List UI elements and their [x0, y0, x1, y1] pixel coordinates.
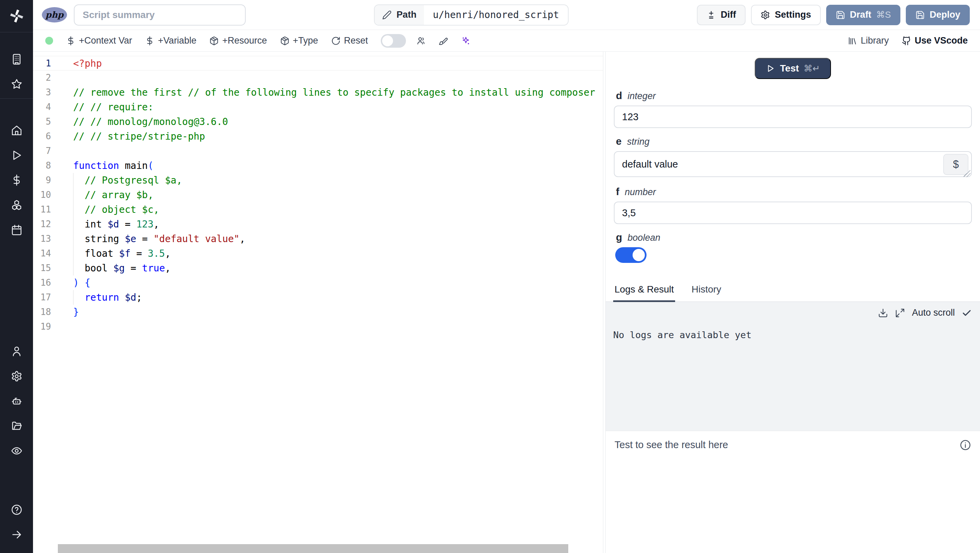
- reset-button[interactable]: Reset: [331, 35, 368, 46]
- status-dot: [45, 37, 53, 45]
- user-icon: [11, 346, 22, 357]
- building-icon: [11, 53, 22, 65]
- multiplayer-switch[interactable]: [381, 34, 406, 48]
- panel-splitter[interactable]: [603, 52, 606, 553]
- code-line[interactable]: 15 bool $g = true,: [33, 261, 603, 276]
- field-g-toggle[interactable]: [615, 247, 646, 263]
- add-context-var-button[interactable]: +Context Var: [66, 35, 132, 46]
- line-number: 15: [33, 261, 70, 276]
- code-line[interactable]: 2: [33, 70, 603, 85]
- field-g: g boolean: [614, 231, 972, 263]
- boxes-icon: [11, 199, 22, 211]
- sidebar-item-runs[interactable]: [0, 143, 33, 167]
- sidebar-item-expand[interactable]: [0, 522, 33, 547]
- field-d-input[interactable]: [614, 105, 972, 128]
- line-number: 1: [33, 56, 70, 70]
- diff-button[interactable]: Diff: [697, 5, 746, 25]
- help-circle-icon: [11, 504, 22, 516]
- code-line[interactable]: 11 // object $c,: [33, 202, 603, 217]
- dollar-icon: [145, 36, 154, 46]
- sidebar-item-workspace[interactable]: [0, 47, 33, 72]
- tab-logs-result[interactable]: Logs & Result: [613, 280, 675, 302]
- sidebar-item-users[interactable]: [0, 339, 33, 364]
- code-line[interactable]: 6// // stripe/stripe-php: [33, 129, 603, 144]
- settings-button[interactable]: Settings: [751, 5, 821, 25]
- path-widget[interactable]: Path u/henri/honored_script: [374, 5, 568, 25]
- field-e: e string default value $: [614, 135, 972, 178]
- code-line[interactable]: 1<?php: [33, 56, 603, 70]
- draft-button[interactable]: Draft ⌘S: [826, 5, 900, 25]
- code-line[interactable]: 10 // array $b,: [33, 188, 603, 202]
- horizontal-scrollbar[interactable]: [58, 544, 568, 553]
- field-e-textarea[interactable]: default value: [614, 151, 972, 177]
- code-line[interactable]: 19: [33, 319, 603, 334]
- line-number: 18: [33, 305, 70, 319]
- code-line[interactable]: 17 return $d;: [33, 290, 603, 305]
- line-number: 5: [33, 115, 70, 129]
- sidebar-item-settings[interactable]: [0, 364, 33, 389]
- code-line[interactable]: 5// // monolog/monolog@3.6.0: [33, 115, 603, 129]
- line-number: 4: [33, 100, 70, 115]
- line-number: 10: [33, 188, 70, 202]
- add-variable-button[interactable]: +Variable: [145, 35, 196, 46]
- expand-logs-icon[interactable]: [895, 308, 905, 318]
- add-type-button[interactable]: +Type: [280, 35, 318, 46]
- format-button[interactable]: [439, 36, 448, 46]
- code-line[interactable]: 4// // require:: [33, 100, 603, 115]
- sidebar-item-home[interactable]: [0, 118, 33, 143]
- sidebar-item-audit[interactable]: [0, 438, 33, 463]
- sidebar-item-help[interactable]: [0, 497, 33, 522]
- use-vscode-button[interactable]: Use VScode: [902, 35, 968, 46]
- code-line[interactable]: 18}: [33, 305, 603, 319]
- code-line[interactable]: 7: [33, 144, 603, 158]
- brush-icon: [439, 36, 448, 46]
- test-button[interactable]: Test ⌘↵: [755, 58, 830, 79]
- sidebar-item-workers[interactable]: [0, 389, 33, 413]
- argument-fields: d integer e string default value $: [606, 83, 980, 263]
- sidebar-item-schedules[interactable]: [0, 217, 33, 242]
- line-number: 3: [33, 85, 70, 100]
- field-name: g: [616, 231, 622, 243]
- auto-scroll-label[interactable]: Auto scroll: [912, 308, 955, 318]
- add-resource-button[interactable]: +Resource: [209, 35, 267, 46]
- code-editor[interactable]: 1<?php23// remove the first // of the fo…: [33, 52, 603, 553]
- save-icon: [915, 10, 925, 20]
- ai-assistant-button[interactable]: [461, 36, 471, 46]
- tab-history[interactable]: History: [690, 280, 722, 302]
- sidebar-item-variables[interactable]: [0, 167, 33, 193]
- code-line[interactable]: 9 // Postgresql $a,: [33, 173, 603, 188]
- field-type: string: [627, 137, 649, 147]
- download-logs-icon[interactable]: [878, 308, 888, 318]
- code-line[interactable]: 3// remove the first // of the following…: [33, 85, 603, 100]
- code-line[interactable]: 8function main(: [33, 158, 603, 173]
- field-type: integer: [627, 91, 656, 102]
- field-f-input[interactable]: [614, 202, 972, 224]
- info-icon[interactable]: [959, 439, 971, 451]
- package-icon: [280, 36, 290, 46]
- editor-toolbar: +Context Var +Variable +Resource +Type R…: [33, 30, 980, 52]
- windmill-logo[interactable]: [0, 0, 33, 32]
- library-button[interactable]: Library: [848, 35, 889, 46]
- sidebar-item-folders[interactable]: [0, 413, 33, 438]
- sidebar-item-resources[interactable]: [0, 193, 33, 217]
- topbar: php Path u/henri/honored_script Diff: [33, 0, 980, 30]
- play-icon: [11, 150, 22, 161]
- deploy-button[interactable]: Deploy: [906, 5, 970, 25]
- summary-input[interactable]: [74, 5, 246, 25]
- play-icon: [765, 64, 775, 73]
- package-icon: [209, 36, 219, 46]
- field-d: d integer: [614, 90, 972, 128]
- field-f: f number: [614, 186, 972, 224]
- code-line[interactable]: 13 string $e = "default value",: [33, 231, 603, 246]
- sidebar-item-favorites[interactable]: [0, 72, 33, 96]
- code-lines: 1<?php23// remove the first // of the fo…: [33, 56, 603, 334]
- logs-empty-message: No logs are available yet: [613, 330, 980, 340]
- resize-handle[interactable]: [964, 170, 970, 177]
- code-line[interactable]: 16) {: [33, 276, 603, 290]
- line-number: 9: [33, 173, 70, 188]
- code-line[interactable]: 12 int $d = 123,: [33, 217, 603, 231]
- check-icon[interactable]: [962, 308, 972, 318]
- code-line[interactable]: 14 float $f = 3.5,: [33, 246, 603, 261]
- draft-shortcut: ⌘S: [876, 10, 891, 20]
- field-name: f: [616, 186, 619, 198]
